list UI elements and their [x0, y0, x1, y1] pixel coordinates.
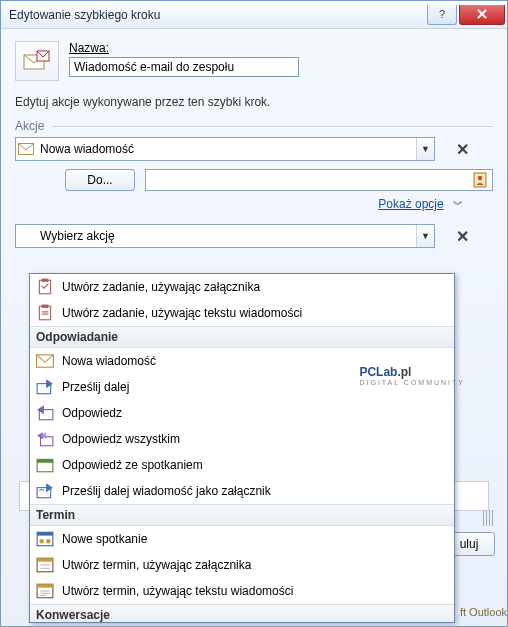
forward-attach-icon: [36, 482, 54, 500]
dd-item-reply-all[interactable]: Odpowiedz wszystkim: [30, 426, 454, 452]
chevron-down-icon[interactable]: ▼: [416, 138, 434, 160]
dd-group-conv: Konwersacje: [30, 604, 454, 623]
action2-combo[interactable]: Wybierz akcję ▼: [15, 224, 435, 248]
show-options-link[interactable]: Pokaż opcje: [378, 197, 443, 211]
action1-combo[interactable]: Nowa wiadomość ▼: [15, 137, 435, 161]
dd-item-new-meeting[interactable]: Nowe spotkanie: [30, 526, 454, 552]
quickstep-icon[interactable]: [15, 41, 59, 81]
titlebar: Edytowanie szybkiego kroku ?: [1, 1, 507, 29]
svg-rect-19: [37, 532, 53, 535]
dd-item-reply-meeting[interactable]: Odpowiedź ze spotkaniem: [30, 452, 454, 478]
mail-icon: [36, 352, 54, 370]
dd-item-task-attachment[interactable]: Utwórz zadanie, używając załącznika: [30, 274, 454, 300]
dd-item-forward-attachment[interactable]: Prześlij dalej wiadomość jako załącznik: [30, 478, 454, 504]
svg-rect-6: [42, 279, 49, 282]
task-clip-icon: [36, 278, 54, 296]
calendar-clip-icon: [36, 556, 54, 574]
close-button[interactable]: [459, 5, 505, 25]
forward-icon: [36, 378, 54, 396]
svg-rect-16: [37, 459, 53, 462]
divider: [52, 126, 493, 127]
dd-item-forward[interactable]: Prześlij dalej: [30, 374, 454, 400]
reply-all-icon: [36, 430, 54, 448]
name-label: Nazwa:: [69, 41, 493, 55]
to-field[interactable]: [145, 169, 493, 191]
svg-rect-8: [42, 305, 49, 308]
dd-item-appt-attachment[interactable]: Utwórz termin, używając załącznika: [30, 552, 454, 578]
actions-section-label: Akcje: [15, 119, 44, 133]
reply-meeting-icon: [36, 456, 54, 474]
mail-icon: [16, 143, 36, 155]
action-1: Nowa wiadomość ▼ ✕ Do... Pokaż opcje ︾: [15, 137, 493, 212]
expand-chevron-icon[interactable]: ︾: [453, 199, 463, 210]
delete-action2-button[interactable]: ✕: [453, 227, 471, 245]
dialog-window: Edytowanie szybkiego kroku ? Nazwa:: [0, 0, 508, 627]
addressbook-icon[interactable]: [473, 172, 489, 188]
meeting-icon: [36, 530, 54, 548]
svg-point-20: [39, 539, 44, 544]
action2-selected: Wybierz akcję: [36, 229, 416, 243]
dd-item-appt-text[interactable]: Utwórz termin, używając tekstu wiadomośc…: [30, 578, 454, 604]
action1-selected: Nowa wiadomość: [36, 142, 416, 156]
calendar-text-icon: [36, 582, 54, 600]
resize-grip-icon[interactable]: [483, 510, 493, 526]
svg-point-21: [46, 539, 51, 544]
dialog-content: Nazwa: Edytuj akcje wykonywane przez ten…: [1, 29, 507, 248]
action-dropdown[interactable]: Utwórz zadanie, używając załącznika Utwó…: [29, 273, 455, 623]
name-row: Nazwa:: [15, 41, 493, 81]
mail-team-icon: [23, 49, 51, 73]
name-input[interactable]: [69, 57, 299, 77]
description-text: Edytuj akcje wykonywane przez ten szybki…: [15, 95, 493, 109]
delete-action1-button[interactable]: ✕: [453, 140, 471, 158]
action-2: Wybierz akcję ▼ ✕: [15, 224, 493, 248]
dd-item-task-text[interactable]: Utwórz zadanie, używając tekstu wiadomoś…: [30, 300, 454, 326]
svg-point-4: [478, 176, 483, 181]
dd-item-reply[interactable]: Odpowiedz: [30, 400, 454, 426]
task-text-icon: [36, 304, 54, 322]
help-button[interactable]: ?: [427, 5, 457, 25]
close-icon: [476, 9, 488, 19]
window-title: Edytowanie szybkiego kroku: [9, 8, 160, 22]
svg-rect-27: [37, 584, 53, 587]
window-buttons: ?: [427, 5, 507, 25]
to-button[interactable]: Do...: [65, 169, 135, 191]
background-app-hint: ft Outlook: [460, 606, 507, 618]
svg-rect-23: [37, 558, 53, 561]
svg-rect-7: [39, 306, 50, 320]
dd-group-reply: Odpowiadanie: [30, 326, 454, 348]
dd-group-appt: Termin: [30, 504, 454, 526]
chevron-down-icon[interactable]: ▼: [416, 225, 434, 247]
reply-icon: [36, 404, 54, 422]
dd-item-new-message[interactable]: Nowa wiadomość: [30, 348, 454, 374]
